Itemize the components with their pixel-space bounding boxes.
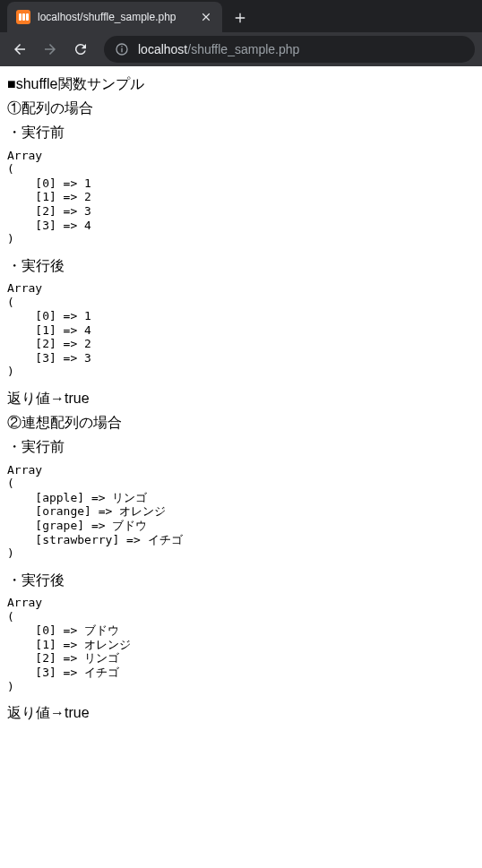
- array1-after: Array ( [0] => 1 [1] => 4 [2] => 2 [3] =…: [7, 281, 475, 379]
- after-label-2: ・実行後: [7, 570, 475, 590]
- after-label-1: ・実行後: [7, 255, 475, 276]
- before-label-2: ・実行前: [7, 436, 475, 457]
- return-value-2: 返り値→true: [7, 702, 475, 723]
- before-label-1: ・実行前: [7, 122, 475, 142]
- array1-before: Array ( [0] => 1 [1] => 2 [2] => 3 [3] =…: [7, 149, 475, 246]
- array2-after: Array ( [0] => ブドウ [1] => オレンジ [2] => リン…: [7, 596, 475, 693]
- page-content: ■shuffle関数サンプル ①配列の場合 ・実行前 Array ( [0] =…: [0, 66, 482, 734]
- url-path: /shuffle_sample.php: [187, 42, 299, 56]
- forward-button[interactable]: [38, 37, 63, 62]
- reload-button[interactable]: [68, 37, 93, 62]
- back-button[interactable]: [7, 37, 32, 62]
- site-info-icon[interactable]: [115, 42, 129, 56]
- page-title: ■shuffle関数サンプル: [7, 73, 475, 94]
- new-tab-button[interactable]: [228, 5, 253, 30]
- section1-title: ①配列の場合: [7, 98, 475, 118]
- return-value-1: 返り値→true: [7, 388, 475, 408]
- url-text: localhost/shuffle_sample.php: [138, 42, 299, 56]
- url-host: localhost: [138, 42, 187, 56]
- svg-rect-2: [121, 46, 122, 47]
- tab-bar: localhost/shuffle_sample.php: [0, 0, 482, 32]
- toolbar: localhost/shuffle_sample.php: [0, 32, 482, 66]
- svg-rect-1: [121, 48, 122, 53]
- address-bar[interactable]: localhost/shuffle_sample.php: [104, 36, 475, 63]
- browser-tab[interactable]: localhost/shuffle_sample.php: [7, 2, 222, 32]
- section2-title: ②連想配列の場合: [7, 412, 475, 433]
- browser-chrome: localhost/shuffle_sample.php localhost/s…: [0, 0, 482, 66]
- array2-before: Array ( [apple] => リンゴ [orange] => オレンジ …: [7, 463, 475, 561]
- xampp-favicon-icon: [16, 10, 30, 24]
- tab-title: localhost/shuffle_sample.php: [38, 11, 192, 23]
- close-tab-icon[interactable]: [199, 10, 213, 24]
